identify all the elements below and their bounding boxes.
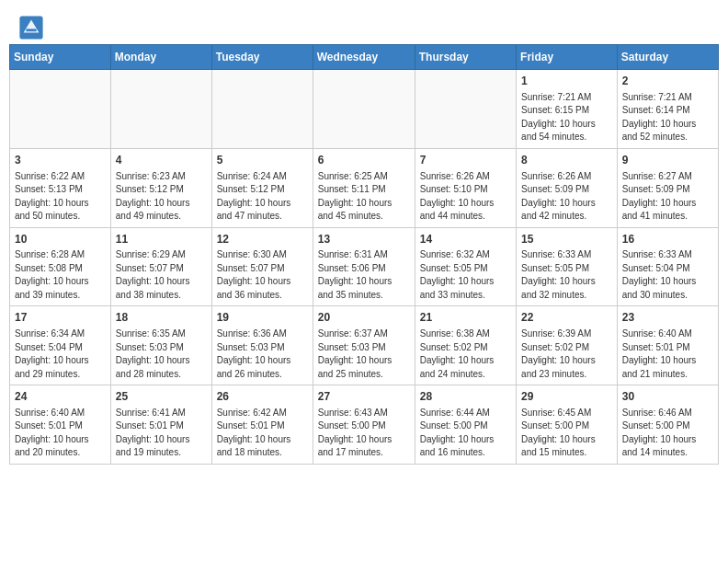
calendar-cell: 10Sunrise: 6:28 AM Sunset: 5:08 PM Dayli… <box>10 227 111 306</box>
day-number: 25 <box>116 389 207 405</box>
calendar-cell: 30Sunrise: 6:46 AM Sunset: 5:00 PM Dayli… <box>617 385 718 465</box>
calendar-week-5: 24Sunrise: 6:40 AM Sunset: 5:01 PM Dayli… <box>10 385 719 465</box>
day-info: Sunrise: 6:23 AM Sunset: 5:12 PM Dayligh… <box>116 170 207 224</box>
day-number: 20 <box>318 310 410 326</box>
calendar-cell: 17Sunrise: 6:34 AM Sunset: 5:04 PM Dayli… <box>10 306 111 385</box>
calendar-cell: 4Sunrise: 6:23 AM Sunset: 5:12 PM Daylig… <box>110 148 211 227</box>
calendar-cell: 13Sunrise: 6:31 AM Sunset: 5:06 PM Dayli… <box>313 227 415 306</box>
day-info: Sunrise: 6:40 AM Sunset: 5:01 PM Dayligh… <box>15 407 106 460</box>
calendar-cell: 26Sunrise: 6:42 AM Sunset: 5:01 PM Dayli… <box>211 385 313 465</box>
day-info: Sunrise: 7:21 AM Sunset: 6:14 PM Dayligh… <box>622 91 713 144</box>
day-info: Sunrise: 6:22 AM Sunset: 5:13 PM Dayligh… <box>15 170 106 224</box>
calendar-cell: 27Sunrise: 6:43 AM Sunset: 5:00 PM Dayli… <box>313 385 415 465</box>
calendar-cell <box>211 70 313 149</box>
day-info: Sunrise: 6:35 AM Sunset: 5:03 PM Dayligh… <box>116 327 207 381</box>
calendar-cell: 22Sunrise: 6:39 AM Sunset: 5:02 PM Dayli… <box>517 306 618 385</box>
day-info: Sunrise: 6:29 AM Sunset: 5:07 PM Dayligh… <box>116 248 207 302</box>
calendar-cell: 16Sunrise: 6:33 AM Sunset: 5:04 PM Dayli… <box>617 227 718 306</box>
calendar-cell <box>10 70 111 149</box>
calendar-cell: 1Sunrise: 7:21 AM Sunset: 6:15 PM Daylig… <box>517 70 618 149</box>
calendar-week-4: 17Sunrise: 6:34 AM Sunset: 5:04 PM Dayli… <box>10 306 719 385</box>
weekday-header-friday: Friday <box>517 45 618 70</box>
day-info: Sunrise: 7:21 AM Sunset: 6:15 PM Dayligh… <box>521 91 612 144</box>
page-header <box>0 0 728 44</box>
day-number: 19 <box>217 310 308 326</box>
day-number: 3 <box>15 153 106 168</box>
day-info: Sunrise: 6:40 AM Sunset: 5:01 PM Dayligh… <box>622 327 713 381</box>
calendar-cell: 9Sunrise: 6:27 AM Sunset: 5:09 PM Daylig… <box>617 148 718 227</box>
day-info: Sunrise: 6:33 AM Sunset: 5:04 PM Dayligh… <box>622 248 713 302</box>
day-number: 22 <box>521 310 612 326</box>
weekday-header-wednesday: Wednesday <box>313 45 415 70</box>
day-info: Sunrise: 6:31 AM Sunset: 5:06 PM Dayligh… <box>318 248 410 302</box>
calendar-cell <box>110 70 211 149</box>
day-number: 1 <box>521 74 612 89</box>
calendar-cell: 20Sunrise: 6:37 AM Sunset: 5:03 PM Dayli… <box>313 306 415 385</box>
day-info: Sunrise: 6:26 AM Sunset: 5:09 PM Dayligh… <box>521 170 612 224</box>
day-number: 16 <box>622 232 713 247</box>
day-number: 27 <box>318 389 410 405</box>
day-info: Sunrise: 6:36 AM Sunset: 5:03 PM Dayligh… <box>217 327 308 381</box>
calendar-week-1: 1Sunrise: 7:21 AM Sunset: 6:15 PM Daylig… <box>10 70 719 149</box>
calendar-cell: 28Sunrise: 6:44 AM Sunset: 5:00 PM Dayli… <box>415 385 516 465</box>
calendar-table: SundayMondayTuesdayWednesdayThursdayFrid… <box>9 44 719 465</box>
svg-rect-2 <box>26 29 36 31</box>
day-info: Sunrise: 6:34 AM Sunset: 5:04 PM Dayligh… <box>15 327 106 381</box>
day-info: Sunrise: 6:39 AM Sunset: 5:02 PM Dayligh… <box>521 327 612 381</box>
day-info: Sunrise: 6:45 AM Sunset: 5:00 PM Dayligh… <box>521 407 612 460</box>
day-info: Sunrise: 6:30 AM Sunset: 5:07 PM Dayligh… <box>217 248 308 302</box>
calendar-header: SundayMondayTuesdayWednesdayThursdayFrid… <box>10 45 719 70</box>
day-number: 13 <box>318 232 410 247</box>
calendar-week-2: 3Sunrise: 6:22 AM Sunset: 5:13 PM Daylig… <box>10 148 719 227</box>
calendar-cell: 11Sunrise: 6:29 AM Sunset: 5:07 PM Dayli… <box>110 227 211 306</box>
weekday-header-thursday: Thursday <box>415 45 516 70</box>
day-number: 2 <box>622 74 713 89</box>
day-number: 15 <box>521 232 612 247</box>
calendar-body: 1Sunrise: 7:21 AM Sunset: 6:15 PM Daylig… <box>10 70 719 465</box>
day-number: 28 <box>420 389 511 405</box>
logo <box>18 15 48 40</box>
calendar-cell: 19Sunrise: 6:36 AM Sunset: 5:03 PM Dayli… <box>211 306 313 385</box>
calendar-wrapper: SundayMondayTuesdayWednesdayThursdayFrid… <box>0 44 728 474</box>
day-number: 26 <box>217 389 308 405</box>
calendar-cell: 7Sunrise: 6:26 AM Sunset: 5:10 PM Daylig… <box>415 148 516 227</box>
calendar-cell: 2Sunrise: 7:21 AM Sunset: 6:14 PM Daylig… <box>617 70 718 149</box>
day-info: Sunrise: 6:24 AM Sunset: 5:12 PM Dayligh… <box>217 170 308 224</box>
day-number: 11 <box>116 232 207 247</box>
calendar-cell: 23Sunrise: 6:40 AM Sunset: 5:01 PM Dayli… <box>617 306 718 385</box>
day-number: 21 <box>420 310 511 326</box>
calendar-cell: 6Sunrise: 6:25 AM Sunset: 5:11 PM Daylig… <box>313 148 415 227</box>
calendar-cell: 21Sunrise: 6:38 AM Sunset: 5:02 PM Dayli… <box>415 306 516 385</box>
weekday-header-monday: Monday <box>110 45 211 70</box>
logo-icon <box>18 15 44 40</box>
day-number: 24 <box>15 389 106 405</box>
day-number: 17 <box>15 310 106 326</box>
calendar-week-3: 10Sunrise: 6:28 AM Sunset: 5:08 PM Dayli… <box>10 227 719 306</box>
day-info: Sunrise: 6:28 AM Sunset: 5:08 PM Dayligh… <box>15 248 106 302</box>
calendar-cell: 12Sunrise: 6:30 AM Sunset: 5:07 PM Dayli… <box>211 227 313 306</box>
day-number: 23 <box>622 310 713 326</box>
calendar-cell: 25Sunrise: 6:41 AM Sunset: 5:01 PM Dayli… <box>110 385 211 465</box>
day-number: 29 <box>521 389 612 405</box>
calendar-cell: 8Sunrise: 6:26 AM Sunset: 5:09 PM Daylig… <box>517 148 618 227</box>
day-number: 9 <box>622 153 713 168</box>
day-number: 6 <box>318 153 410 168</box>
calendar-cell: 24Sunrise: 6:40 AM Sunset: 5:01 PM Dayli… <box>10 385 111 465</box>
day-number: 10 <box>15 232 106 247</box>
weekday-header-saturday: Saturday <box>617 45 718 70</box>
day-info: Sunrise: 6:43 AM Sunset: 5:00 PM Dayligh… <box>318 407 410 460</box>
day-info: Sunrise: 6:25 AM Sunset: 5:11 PM Dayligh… <box>318 170 410 224</box>
weekday-header-tuesday: Tuesday <box>211 45 313 70</box>
calendar-cell: 18Sunrise: 6:35 AM Sunset: 5:03 PM Dayli… <box>110 306 211 385</box>
day-info: Sunrise: 6:26 AM Sunset: 5:10 PM Dayligh… <box>420 170 511 224</box>
day-info: Sunrise: 6:33 AM Sunset: 5:05 PM Dayligh… <box>521 248 612 302</box>
day-number: 7 <box>420 153 511 168</box>
weekday-header-row: SundayMondayTuesdayWednesdayThursdayFrid… <box>10 45 719 70</box>
day-number: 8 <box>521 153 612 168</box>
day-number: 4 <box>116 153 207 168</box>
day-info: Sunrise: 6:44 AM Sunset: 5:00 PM Dayligh… <box>420 407 511 460</box>
calendar-cell: 15Sunrise: 6:33 AM Sunset: 5:05 PM Dayli… <box>517 227 618 306</box>
calendar-cell: 3Sunrise: 6:22 AM Sunset: 5:13 PM Daylig… <box>10 148 111 227</box>
calendar-cell <box>313 70 415 149</box>
day-info: Sunrise: 6:32 AM Sunset: 5:05 PM Dayligh… <box>420 248 511 302</box>
